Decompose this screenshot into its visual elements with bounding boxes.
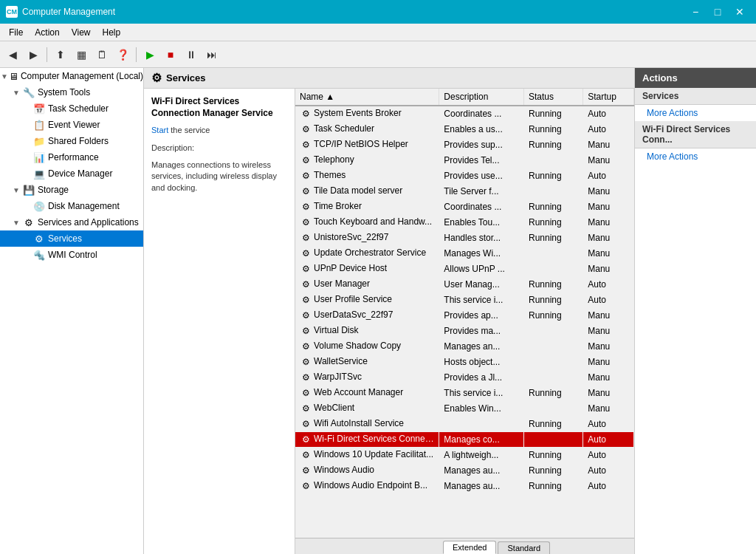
- table-row[interactable]: ⚙UPnP Device Host Allows UPnP ... Manu: [295, 261, 634, 277]
- table-row[interactable]: ⚙WalletService Hosts object... Manu: [295, 355, 634, 370]
- start-service-link[interactable]: Start: [151, 126, 168, 134]
- item-icon: 💿: [32, 199, 46, 213]
- service-icon: ⚙: [300, 139, 312, 151]
- tree-item-shared-folders[interactable]: 📁 Shared Folders: [0, 133, 143, 149]
- table-row[interactable]: ⚙WarpJITSvc Provides a Jl... Manu: [295, 370, 634, 386]
- tree-item-label: Storage: [38, 185, 69, 195]
- desc-panel: Wi-Fi Direct Services Connection Manager…: [144, 89, 295, 554]
- col-header-startup[interactable]: Startup: [583, 89, 634, 106]
- tree-item-system-tools[interactable]: ▼ 🔧 System Tools: [0, 84, 143, 100]
- service-status-cell: Running: [523, 230, 583, 246]
- toolbar-up[interactable]: ⬆: [51, 45, 70, 64]
- table-row[interactable]: ⚙Windows Audio Endpoint B... Manages au.…: [295, 479, 634, 494]
- table-row[interactable]: ⚙Windows 10 Update Facilitat... A lightw…: [295, 448, 634, 463]
- service-icon: ⚙: [300, 418, 312, 430]
- service-status-cell: [523, 339, 583, 355]
- service-name-cell: ⚙Themes: [295, 168, 439, 184]
- table-row[interactable]: ⚙Touch Keyboard and Handw... Enables Tou…: [295, 215, 634, 230]
- service-icon: ⚙: [300, 278, 312, 290]
- actions-section-title-0[interactable]: Services: [635, 88, 756, 105]
- toolbar-restart[interactable]: ⏭: [202, 45, 221, 64]
- table-row[interactable]: ⚙System Events Broker Coordinates ... Ru…: [295, 106, 634, 122]
- table-row[interactable]: ⚙Windows Audio Manages au... Running Aut…: [295, 463, 634, 479]
- description-label: Description:: [151, 143, 287, 154]
- tree-item-storage[interactable]: ▼ 💾 Storage: [0, 182, 143, 198]
- table-row[interactable]: ⚙Update Orchestrator Service Manages Wi.…: [295, 246, 634, 261]
- menu-file[interactable]: File: [3, 26, 29, 39]
- toolbar-properties[interactable]: 🗒: [92, 45, 111, 64]
- tab-standard[interactable]: Standard: [498, 541, 550, 554]
- tree-item-task-scheduler[interactable]: 📅 Task Scheduler: [0, 100, 143, 117]
- table-row[interactable]: ⚙Task Scheduler Enables a us... Running …: [295, 122, 634, 137]
- item-icon: 🔧: [22, 86, 35, 99]
- minimize-button[interactable]: −: [685, 1, 706, 22]
- tree-item-computer-management[interactable]: ▼ 🖥 Computer Management (Local): [0, 68, 143, 84]
- service-name-cell: ⚙WalletService: [295, 355, 439, 370]
- col-header-description[interactable]: Description: [439, 89, 524, 106]
- menu-view[interactable]: View: [66, 26, 97, 39]
- table-row[interactable]: ⚙TCP/IP NetBIOS Helper Provides sup... R…: [295, 137, 634, 153]
- tree-item-label: WMI Control: [48, 250, 97, 260]
- tab-extended[interactable]: Extended: [443, 541, 496, 554]
- toolbar-back[interactable]: ◀: [3, 45, 22, 64]
- table-row[interactable]: ⚙Virtual Disk Provides ma... Manu: [295, 324, 634, 339]
- service-status-cell: Running: [523, 122, 583, 137]
- close-button[interactable]: ✕: [729, 1, 750, 22]
- toolbar-pause[interactable]: ⏸: [182, 45, 201, 64]
- main-content: ▼ 🖥 Computer Management (Local) ▼ 🔧 Syst…: [0, 68, 756, 554]
- toolbar-forward[interactable]: ▶: [24, 45, 43, 64]
- item-icon: 📅: [32, 102, 46, 115]
- tree-item-services[interactable]: ⚙ Services: [0, 230, 143, 247]
- service-icon: ⚙: [300, 434, 312, 445]
- toolbar-help[interactable]: ❓: [113, 45, 132, 64]
- service-startup-cell: Manu: [583, 308, 634, 324]
- service-startup-cell: Manu: [583, 137, 634, 153]
- action-link-0-0[interactable]: More Actions: [635, 105, 756, 121]
- service-desc-cell: This service i...: [439, 293, 524, 308]
- table-scroll[interactable]: Name ▲ Description Status Startup ⚙Syste…: [295, 89, 634, 538]
- tree-item-performance[interactable]: 📊 Performance: [0, 149, 143, 165]
- table-row[interactable]: ⚙User Manager User Manag... Running Auto: [295, 277, 634, 293]
- table-row[interactable]: ⚙Telephony Provides Tel... Manu: [295, 153, 634, 168]
- table-row[interactable]: ⚙Wi-Fi Direct Services Connec... Manages…: [295, 432, 634, 448]
- table-row[interactable]: ⚙Volume Shadow Copy Manages an... Manu: [295, 339, 634, 355]
- services-table: Name ▲ Description Status Startup ⚙Syste…: [295, 89, 634, 494]
- service-status-cell: Running: [523, 308, 583, 324]
- col-header-status[interactable]: Status: [523, 89, 583, 106]
- service-description: Manages connections to wireless services…: [151, 160, 287, 194]
- menu-help[interactable]: Help: [97, 26, 127, 39]
- table-row[interactable]: ⚙WebClient Enables Win... Manu: [295, 401, 634, 417]
- service-status-cell: Running: [523, 463, 583, 479]
- toolbar-stop[interactable]: ■: [161, 45, 180, 64]
- maximize-button[interactable]: □: [707, 1, 728, 22]
- tree-item-disk-management[interactable]: 💿 Disk Management: [0, 198, 143, 214]
- table-row[interactable]: ⚙UnistoreSvc_22f97 Handles stor... Runni…: [295, 230, 634, 246]
- item-icon: ⚙: [32, 232, 46, 245]
- service-status-cell: Running: [523, 479, 583, 494]
- table-row[interactable]: ⚙Tile Data model server Tile Server f...…: [295, 184, 634, 199]
- tree-item-services-and-applications[interactable]: ▼ ⚙ Services and Applications: [0, 214, 143, 230]
- action-link-1-0[interactable]: More Actions: [635, 148, 756, 165]
- app-icon: CM: [6, 6, 18, 18]
- tree-item-event-viewer[interactable]: 📋 Event Viewer: [0, 117, 143, 133]
- service-startup-cell: Manu: [583, 246, 634, 261]
- menu-action[interactable]: Action: [29, 26, 65, 39]
- table-row[interactable]: ⚙User Profile Service This service i... …: [295, 293, 634, 308]
- service-name-cell: ⚙System Events Broker: [295, 106, 439, 122]
- tree-item-device-manager[interactable]: 💻 Device Manager: [0, 165, 143, 182]
- tree-item-wmi-control[interactable]: 🔩 WMI Control: [0, 247, 143, 263]
- col-header-name[interactable]: Name ▲: [295, 89, 439, 106]
- table-row[interactable]: ⚙Web Account Manager This service i... R…: [295, 386, 634, 401]
- toolbar-show-hide[interactable]: ▦: [72, 45, 91, 64]
- tab-bar: ExtendedStandard: [295, 538, 634, 554]
- table-row[interactable]: ⚙UserDataSvc_22f97 Provides ap... Runnin…: [295, 308, 634, 324]
- toolbar-play[interactable]: ▶: [140, 45, 159, 64]
- table-row[interactable]: ⚙Themes Provides use... Running Auto: [295, 168, 634, 184]
- service-startup-cell: Auto: [583, 277, 634, 293]
- service-name-cell: ⚙Volume Shadow Copy: [295, 339, 439, 355]
- service-name-cell: ⚙Web Account Manager: [295, 386, 439, 401]
- actions-section-title-1[interactable]: Wi-Fi Direct Services Conn...: [635, 121, 756, 148]
- service-startup-cell: Auto: [583, 479, 634, 494]
- table-row[interactable]: ⚙Time Broker Coordinates ... Running Man…: [295, 199, 634, 215]
- table-row[interactable]: ⚙Wifi AutoInstall Service Running Auto: [295, 417, 634, 432]
